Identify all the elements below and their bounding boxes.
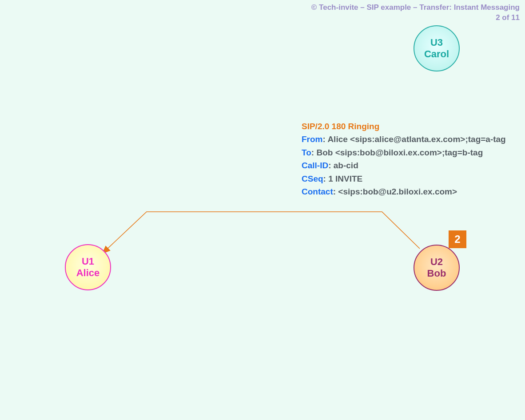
sip-header-value: : 1 INVITE bbox=[323, 174, 363, 183]
step-number-badge: 2 bbox=[449, 230, 466, 248]
sip-message-block: SIP/2.0 180 Ringing From: Alice <sips:al… bbox=[302, 120, 506, 198]
node-bob: U2 Bob bbox=[414, 245, 460, 291]
node-carol-name: Carol bbox=[424, 48, 449, 60]
sip-header-value: : Alice <sips:alice@atlanta.ex.com>;tag=… bbox=[323, 135, 506, 144]
sip-header-value: : Bob <sips:bob@biloxi.ex.com>;tag=b-tag bbox=[311, 148, 483, 157]
sip-header-name: Contact bbox=[302, 187, 333, 196]
sip-header-name: CSeq bbox=[302, 174, 323, 183]
sip-header-row: From: Alice <sips:alice@atlanta.ex.com>;… bbox=[302, 133, 506, 146]
node-carol: U3 Carol bbox=[414, 25, 460, 71]
copyright-text: © Tech-invite – SIP example – Transfer: … bbox=[311, 3, 520, 12]
node-bob-name: Bob bbox=[427, 268, 446, 279]
node-bob-id: U2 bbox=[430, 256, 443, 268]
page-indicator: 2 of 11 bbox=[311, 13, 520, 23]
sip-header-row: Contact: <sips:bob@u2.biloxi.ex.com> bbox=[302, 185, 506, 198]
sip-header-row: CSeq: 1 INVITE bbox=[302, 172, 506, 185]
node-alice-id: U1 bbox=[82, 256, 94, 267]
step-number: 2 bbox=[454, 233, 460, 246]
sip-header-value: : ab-cid bbox=[328, 161, 358, 170]
diagram-header: © Tech-invite – SIP example – Transfer: … bbox=[311, 3, 520, 23]
sip-header-name: To bbox=[302, 148, 311, 157]
sip-header-name: From bbox=[302, 135, 323, 144]
sip-header-row: To: Bob <sips:bob@biloxi.ex.com>;tag=b-t… bbox=[302, 146, 506, 159]
node-alice: U1 Alice bbox=[65, 244, 111, 290]
sip-header-name: Call-ID bbox=[302, 161, 328, 170]
sip-header-value: : <sips:bob@u2.biloxi.ex.com> bbox=[333, 187, 457, 196]
node-alice-name: Alice bbox=[76, 267, 100, 279]
sip-header-row: Call-ID: ab-cid bbox=[302, 159, 506, 172]
node-carol-id: U3 bbox=[430, 37, 443, 48]
sip-status-line: SIP/2.0 180 Ringing bbox=[302, 120, 506, 133]
